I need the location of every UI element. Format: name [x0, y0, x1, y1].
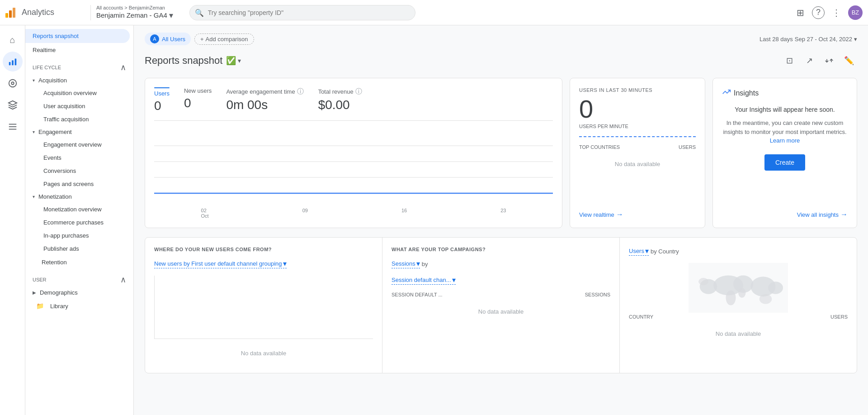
sidebar-item-acquisition-overview[interactable]: Acquisition overview	[25, 86, 130, 100]
total-revenue-info-icon[interactable]: ⓘ	[355, 87, 362, 96]
view-realtime-link[interactable]: View realtime →	[579, 210, 696, 219]
insights-card: Insights Your Insights will appear here …	[712, 78, 857, 228]
user-chevron[interactable]: ∧	[120, 275, 126, 285]
sidebar-item-engagement-overview[interactable]: Engagement overview	[25, 138, 130, 151]
users-by-country-no-data: No data available	[629, 323, 848, 344]
logo-bar-3	[13, 8, 15, 18]
sidebar-group-engagement[interactable]: ▾ Engagement	[25, 126, 133, 138]
sidebar-item-library[interactable]: 📁 Library	[25, 299, 130, 313]
realtime-card: USERS IN LAST 30 MINUTES 0 USERS PER MIN…	[570, 78, 705, 228]
sidebar-item-realtime[interactable]: Realtime	[25, 43, 130, 57]
sidebar-item-monetization-overview[interactable]: Monetization overview	[25, 203, 130, 216]
logo-bar-2	[9, 10, 12, 18]
save-customize-button[interactable]: ⊡	[781, 52, 797, 69]
sidebar-item-ecommerce-purchases[interactable]: Ecommerce purchases	[25, 216, 130, 229]
new-users-title: WHERE DO YOUR NEW USERS COME FROM?	[154, 247, 373, 252]
compare-icon	[825, 56, 834, 65]
sidebar-item-conversions[interactable]: Conversions	[25, 164, 130, 177]
svg-point-4	[11, 82, 14, 85]
title-dropdown-arrow: ▾	[238, 57, 241, 64]
left-icon-strip: ⌂	[0, 25, 25, 415]
metric-users[interactable]: Users 0	[154, 87, 170, 113]
metric-total-revenue-value: $0.00	[318, 98, 362, 112]
save-icon: ⊡	[786, 56, 793, 66]
learn-more-link[interactable]: Learn more	[770, 137, 800, 144]
help-button[interactable]: ?	[812, 6, 825, 19]
channel-dropdown[interactable]: Session default chan... ▾	[392, 276, 456, 285]
property-name[interactable]: Benjamin Zeman - GA4 ▾	[96, 10, 173, 20]
channel-dropdown-arrow: ▾	[452, 276, 456, 284]
more-options-button[interactable]: ⋮	[828, 5, 844, 21]
sidebar-group-acquisition[interactable]: ▾ Acquisition	[25, 74, 133, 86]
sidebar-item-traffic-acquisition[interactable]: Traffic acquisition	[25, 113, 130, 126]
metric-avg-engagement-value: 0m 00s	[226, 98, 303, 112]
country-table-header: COUNTRY USERS	[629, 314, 848, 320]
sidebar-item-reports-snapshot[interactable]: Reports snapshot	[25, 29, 130, 43]
sidebar-item-pages-and-screens[interactable]: Pages and screens	[25, 177, 130, 191]
nav-home-button[interactable]: ⌂	[3, 30, 23, 50]
top-campaigns-dropdown-row: Sessions ▾ by	[392, 259, 610, 268]
new-users-dropdown-row: New users by First user default channel …	[154, 259, 373, 268]
nav-explore-button[interactable]	[3, 73, 23, 93]
avatar[interactable]: BZ	[848, 5, 863, 20]
metric-new-users[interactable]: New users 0	[184, 87, 212, 113]
date-range-selector[interactable]: Last 28 days Sep 27 - Oct 24, 2022 ▾	[760, 36, 857, 43]
insights-empty-desc: In the meantime, you can create new cust…	[722, 119, 848, 145]
insights-empty-title: Your Insights will appear here soon.	[722, 106, 848, 113]
metric-total-revenue[interactable]: Total revenue ⓘ $0.00	[318, 87, 362, 113]
new-users-no-data: No data available	[154, 343, 373, 364]
edit-button[interactable]: ✏️	[841, 52, 857, 69]
apps-grid-button[interactable]: ⊞	[792, 5, 808, 21]
check-circle-icon: ✅	[226, 56, 236, 66]
chart-x-labels: 02Oct 09 16 23	[154, 206, 553, 219]
date-range-dropdown-arrow: ▾	[854, 36, 857, 43]
search-bar[interactable]: 🔍	[189, 5, 415, 20]
metric-avg-engagement[interactable]: Average engagement time ⓘ 0m 00s	[226, 87, 303, 113]
metric-new-users-value: 0	[184, 96, 212, 110]
realtime-line	[579, 136, 696, 137]
chart-area: 02Oct 09 16 23	[154, 128, 553, 219]
search-icon: 🔍	[195, 8, 204, 17]
bottom-section: WHERE DO YOUR NEW USERS COME FROM? New u…	[145, 237, 857, 373]
create-insights-button[interactable]: Create	[764, 154, 805, 171]
sidebar-item-events[interactable]: Events	[25, 151, 130, 164]
account-property-selector[interactable]: All accounts > BenjaminZeman Benjamin Ze…	[90, 5, 179, 20]
view-all-insights-link[interactable]: View all insights →	[722, 210, 848, 219]
sidebar-item-publisher-ads[interactable]: Publisher ads	[25, 242, 130, 255]
svg-point-18	[768, 281, 783, 294]
main-chart-card: Users 0 New users 0 Average engagement t…	[145, 78, 562, 228]
new-users-panel: WHERE DO YOUR NEW USERS COME FROM? New u…	[145, 238, 382, 373]
title-status[interactable]: ✅ ▾	[226, 56, 241, 66]
sidebar-group-monetization[interactable]: ▾ Monetization	[25, 191, 133, 203]
sessions-dropdown[interactable]: Sessions ▾	[392, 259, 420, 268]
sidebar-item-retention[interactable]: Retention	[34, 255, 130, 269]
top-nav: Analytics All accounts > BenjaminZeman B…	[0, 0, 868, 25]
insights-header: Insights	[722, 87, 848, 99]
search-input[interactable]	[189, 5, 415, 20]
nav-reports-button[interactable]	[3, 52, 23, 72]
metric-users-label: Users	[154, 90, 170, 97]
new-users-channel-dropdown[interactable]: New users by First user default channel …	[154, 259, 287, 268]
title-actions: ⊡ ↗ ✏️	[781, 52, 857, 69]
add-comparison-button[interactable]: + Add comparison	[194, 33, 254, 45]
realtime-sub-label: USERS PER MINUTE	[579, 124, 696, 129]
sidebar-group-demographics[interactable]: ▶ Demographics	[25, 286, 133, 299]
share-icon: ↗	[806, 56, 813, 66]
users-country-dropdown[interactable]: Users ▾	[629, 247, 649, 256]
avg-engagement-info-icon[interactable]: ⓘ	[297, 87, 304, 96]
nav-configure-button[interactable]	[3, 117, 23, 137]
property-dropdown-arrow: ▾	[169, 10, 173, 20]
sidebar-item-in-app-purchases[interactable]: In-app purchases	[25, 229, 130, 242]
nav-advertising-button[interactable]	[3, 95, 23, 115]
compare-button[interactable]	[821, 52, 837, 69]
account-path: All accounts > BenjaminZeman	[96, 5, 173, 10]
svg-point-3	[9, 80, 16, 87]
users-by-country-panel: Users ▾ by Country	[620, 238, 857, 373]
all-users-chip[interactable]: A All Users	[145, 33, 191, 45]
logo-area: Analytics	[5, 8, 87, 18]
sidebar-item-user-acquisition[interactable]: User acquisition	[25, 100, 130, 113]
share-button[interactable]: ↗	[801, 52, 817, 69]
lifecycle-chevron[interactable]: ∧	[120, 62, 126, 72]
analytics-logo	[5, 8, 15, 18]
sidebar-section-user: User ∧	[25, 269, 133, 286]
